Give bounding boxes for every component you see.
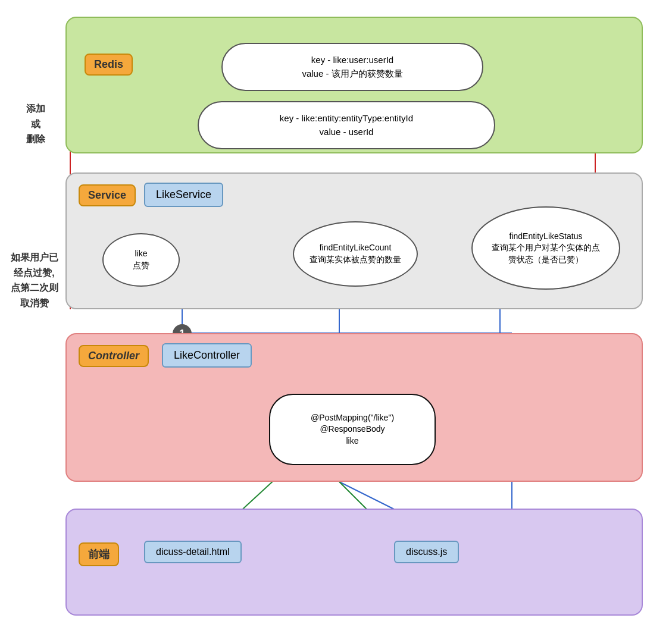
controller-badge: Controller xyxy=(79,345,149,367)
redis-badge: Redis xyxy=(85,54,133,76)
service-badge: Service xyxy=(79,184,136,206)
frontend-badge: 前端 xyxy=(79,542,119,566)
annotation-add-delete: 添加 或 删除 xyxy=(12,101,60,147)
frontend-layer: 前端 dicuss-detail.html discuss.js xyxy=(65,509,643,616)
redis-layer: Redis key - like:user:userId value - 该用户… xyxy=(65,17,643,153)
find-entity-like-status-oval: findEntityLikeStatus 查询某个用户对某个实体的点 赞状态（是… xyxy=(471,206,620,290)
diagram-container: Redis key - like:user:userId value - 该用户… xyxy=(0,0,672,640)
service-layer: Service LikeService like 点赞 findEntityLi… xyxy=(65,172,643,309)
redis-cloud-2: key - like:entity:entityType:entityId va… xyxy=(198,101,495,149)
redis-cloud-1: key - like:user:userId value - 该用户的获赞数量 xyxy=(221,43,483,91)
like-service-box: LikeService xyxy=(144,183,223,207)
like-method-oval: like 点赞 xyxy=(102,233,180,287)
annotation-cancel-like: 如果用户已 经点过赞, 点第二次则 取消赞 xyxy=(6,250,62,310)
like-controller-box: LikeController xyxy=(162,343,252,368)
post-mapping-oval: @PostMapping("/like") @ResponseBody like xyxy=(269,394,436,465)
discuss-js-box: discuss.js xyxy=(394,541,459,563)
find-entity-like-count-oval: findEntityLikeCount 查询某实体被点赞的数量 xyxy=(293,221,418,287)
discuss-detail-html-box: dicuss-detail.html xyxy=(144,541,242,563)
controller-layer: Controller LikeController @PostMapping("… xyxy=(65,333,643,482)
